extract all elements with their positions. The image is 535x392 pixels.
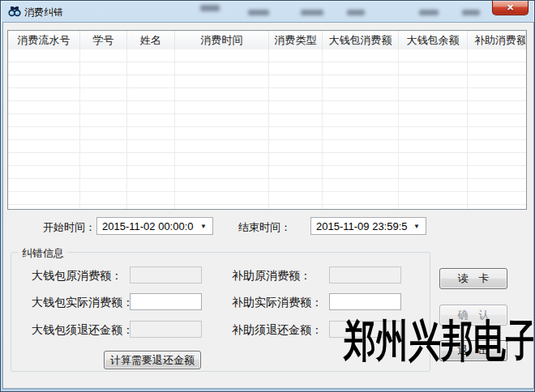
exit-button[interactable]: 退 出 xyxy=(439,340,507,361)
subsidy-original-label: 补助原消费额： xyxy=(232,269,311,283)
glass-blur-artifact xyxy=(248,10,269,15)
binoculars-icon xyxy=(8,5,21,18)
start-time-value: 2015-11-02 00:00:0 xyxy=(102,220,196,232)
glass-blur-artifact xyxy=(200,5,220,11)
start-time-label: 开始时间： xyxy=(43,220,96,235)
column-header-6[interactable]: 大钱包余额 xyxy=(399,31,468,49)
subsidy-refund-label: 补助须退还金额： xyxy=(232,323,323,338)
column-header-7[interactable]: 补助消费额 xyxy=(468,31,526,49)
column-header-4[interactable]: 消费类型 xyxy=(269,31,323,49)
chevron-down-icon: ▼ xyxy=(409,223,424,230)
wallet-actual-label: 大钱包实际消费额： xyxy=(32,296,134,310)
calculate-refund-button[interactable]: 计算需要退还金额 xyxy=(104,351,201,369)
table-column-gridline xyxy=(322,49,323,209)
end-time-combo[interactable]: 2015-11-09 23:59:5 ▼ xyxy=(310,217,426,235)
glass-blur-artifact xyxy=(419,10,439,15)
table-column-gridline xyxy=(174,49,175,209)
close-button[interactable]: ✕ xyxy=(492,1,529,15)
table-column-gridline xyxy=(79,49,80,209)
column-header-1[interactable]: 学号 xyxy=(80,31,127,49)
subsidy-refund-input xyxy=(329,321,401,338)
table-column-gridline xyxy=(398,49,399,209)
glass-blur-artifact xyxy=(347,10,365,15)
start-time-combo[interactable]: 2015-11-02 00:00:0 ▼ xyxy=(96,217,213,235)
client-area: 消费流水号学号姓名消费时间消费类型大钱包消费额大钱包余额补助消费额 开始时间： … xyxy=(3,23,533,388)
end-time-value: 2015-11-09 23:59:5 xyxy=(316,220,409,232)
consumption-table[interactable]: 消费流水号学号姓名消费时间消费类型大钱包消费额大钱包余额补助消费额 xyxy=(7,30,527,210)
wallet-actual-input[interactable] xyxy=(130,293,202,310)
column-header-2[interactable]: 姓名 xyxy=(127,31,175,49)
column-header-3[interactable]: 消费时间 xyxy=(175,31,269,49)
table-body[interactable] xyxy=(8,49,526,209)
title-bar[interactable]: 消费纠错 ✕ xyxy=(1,1,534,23)
chevron-down-icon: ▼ xyxy=(196,223,211,230)
wallet-refund-input xyxy=(130,321,202,338)
wallet-refund-label: 大钱包须退还金额： xyxy=(32,323,134,338)
window-title: 消费纠错 xyxy=(24,6,63,19)
end-time-label: 结束时间： xyxy=(238,220,291,235)
correction-group-title: 纠错信息 xyxy=(19,246,67,261)
correction-groupbox: 纠错信息 大钱包原消费额： 大钱包实际消费额： 大钱包须退还金额： 补助原消费额… xyxy=(11,252,430,372)
column-header-0[interactable]: 消费流水号 xyxy=(8,31,80,49)
subsidy-actual-label: 补助实际消费额： xyxy=(232,296,323,310)
subsidy-actual-input[interactable] xyxy=(329,293,401,310)
confirm-button[interactable]: 确 认 xyxy=(439,305,507,326)
table-column-gridline xyxy=(467,49,468,209)
subsidy-original-input xyxy=(329,266,401,283)
wallet-original-input xyxy=(130,266,202,283)
table-column-gridline xyxy=(126,49,127,209)
table-column-gridline xyxy=(268,49,269,209)
glass-blur-artifact xyxy=(462,10,480,15)
table-header-row: 消费流水号学号姓名消费时间消费类型大钱包消费额大钱包余额补助消费额 xyxy=(8,31,526,50)
column-header-5[interactable]: 大钱包消费额 xyxy=(323,31,399,49)
wallet-original-label: 大钱包原消费额： xyxy=(32,269,122,283)
read-card-button[interactable]: 读 卡 xyxy=(439,268,507,289)
consumption-correction-window: 消费纠错 ✕ 消费流水号学号姓名消费时间消费类型大钱包消费额大钱包余额补助消费额… xyxy=(0,0,535,392)
glass-blur-artifact xyxy=(301,10,323,15)
